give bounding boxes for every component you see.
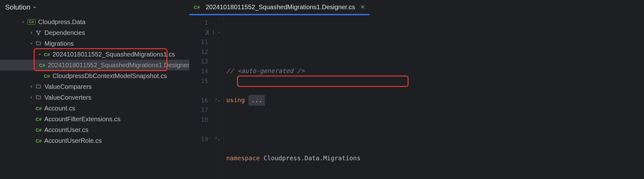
solution-explorer: Solution C# Cloudpress.Data Dependenci — [0, 0, 189, 179]
line-number: 15 — [189, 76, 223, 86]
sidebar-title: Solution — [5, 3, 31, 11]
line-number: 13 — [189, 56, 223, 66]
tree-label: CloudpressDbContextModelSnapshot.cs — [52, 72, 167, 80]
csharp-file-icon: C# — [36, 127, 42, 133]
fold-pill: ... — [248, 95, 265, 106]
tree-label: ValueComparers — [44, 83, 92, 90]
gutter-spacer — [189, 125, 223, 135]
folder-icon — [36, 95, 42, 100]
tree-item-accountuserrole[interactable]: • C# AccountUserRole.cs — [0, 135, 189, 146]
chevron-down-icon — [19, 20, 27, 24]
tab-label: 20241018011552_SquashedMigrations1.Desig… — [206, 3, 355, 11]
line-number: 2{ } › — [189, 28, 223, 37]
tree-item-migration-file[interactable]: C# 20241018011552_SquashedMigrations1.cs — [0, 49, 189, 60]
editor-tab[interactable]: C# 20241018011552_SquashedMigrations1.De… — [189, 0, 369, 15]
code-line: namespace Cloudpress.Data.Migrations — [226, 154, 644, 163]
chevron-down-icon — [32, 5, 37, 10]
tree-label: Dependencies — [44, 29, 85, 36]
line-number: 12 — [189, 47, 223, 57]
line-number: 17 — [189, 105, 223, 115]
tree-item-migrations[interactable]: Migrations — [0, 38, 189, 49]
editor-body[interactable]: 1 2{ } › 11 12 13 14 15 16⌃ₒ 17 18 19⌃ₒ … — [189, 15, 644, 179]
gutter-spacer — [189, 86, 223, 96]
folder-icon — [36, 41, 42, 46]
tree-label: 20241018011552_SquashedMigrations1.Desig… — [48, 62, 189, 69]
line-number: 16⌃ₒ — [189, 96, 223, 105]
tree-label: AccountUser.cs — [44, 126, 88, 134]
chevron-right-icon — [27, 96, 36, 99]
chevron-right-icon — [27, 85, 36, 89]
fold-marker[interactable]: ⌃ₒ — [215, 134, 220, 144]
gutter: 1 2{ } › 11 12 13 14 15 16⌃ₒ 17 18 19⌃ₒ — [189, 15, 224, 179]
line-number: 1 — [189, 18, 223, 28]
csharp-file-icon: C# — [36, 116, 42, 122]
tree-item-valuecomparers[interactable]: ValueComparers — [0, 81, 189, 92]
code-editor: C# 20241018011552_SquashedMigrations1.De… — [189, 0, 644, 179]
tree-item-accountfilterext[interactable]: • C# AccountFilterExtensions.cs — [0, 114, 189, 124]
chevron-down-icon — [27, 42, 36, 45]
code-line: using ... — [226, 96, 644, 105]
solution-tree: C# Cloudpress.Data Dependencies Migratio… — [0, 16, 189, 179]
csharp-file-icon: C# — [44, 51, 50, 57]
fold-marker[interactable]: ⌃ₒ — [215, 96, 220, 105]
csharp-file-icon: C# — [39, 62, 45, 68]
tree-label: ValueConverters — [44, 94, 91, 101]
dependencies-icon — [36, 30, 42, 36]
tree-item-account[interactable]: • C# Account.cs — [0, 103, 189, 114]
csharp-project-icon: C# — [27, 19, 36, 25]
editor-tab-bar: C# 20241018011552_SquashedMigrations1.De… — [189, 0, 644, 15]
fold-marker[interactable]: { } › — [207, 28, 220, 37]
code-line: // <auto-generated /> — [226, 66, 644, 76]
csharp-file-icon: C# — [194, 4, 200, 10]
sidebar-header[interactable]: Solution — [0, 0, 189, 16]
line-number: 14 — [189, 66, 223, 76]
csharp-file-icon: C# — [44, 73, 50, 79]
line-number: 19⌃ₒ — [189, 134, 223, 144]
tree-item-project[interactable]: C# Cloudpress.Data — [0, 17, 189, 27]
tree-label: Migrations — [44, 40, 74, 47]
project-label: Cloudpress.Data — [38, 18, 85, 26]
tree-item-valueconverters[interactable]: ValueConverters — [0, 92, 189, 103]
tree-label: Account.cs — [44, 105, 75, 112]
csharp-file-icon: C# — [36, 105, 42, 111]
tree-label: 20241018011552_SquashedMigrations1.cs — [52, 51, 175, 58]
tree-item-designer-file[interactable]: C# 20241018011552_SquashedMigrations1.De… — [0, 60, 189, 70]
tree-item-dependencies[interactable]: Dependencies — [0, 27, 189, 38]
csharp-file-icon: C# — [36, 138, 42, 143]
tree-item-accountuser[interactable]: • C# AccountUser.cs — [0, 124, 189, 135]
chevron-down-icon — [36, 52, 44, 56]
code-content[interactable]: // <auto-generated /> using ... namespac… — [224, 15, 644, 179]
tree-label: AccountFilterExtensions.cs — [44, 116, 120, 123]
close-icon[interactable]: ✕ — [360, 3, 365, 10]
line-number: 11 — [189, 37, 223, 47]
tree-item-snapshot[interactable]: • C# CloudpressDbContextModelSnapshot.cs — [0, 70, 189, 81]
tree-label: AccountUserRole.cs — [44, 137, 102, 144]
code-line — [226, 125, 644, 135]
line-number: 18 — [189, 115, 223, 125]
chevron-right-icon — [27, 31, 36, 35]
folder-icon — [36, 84, 42, 90]
